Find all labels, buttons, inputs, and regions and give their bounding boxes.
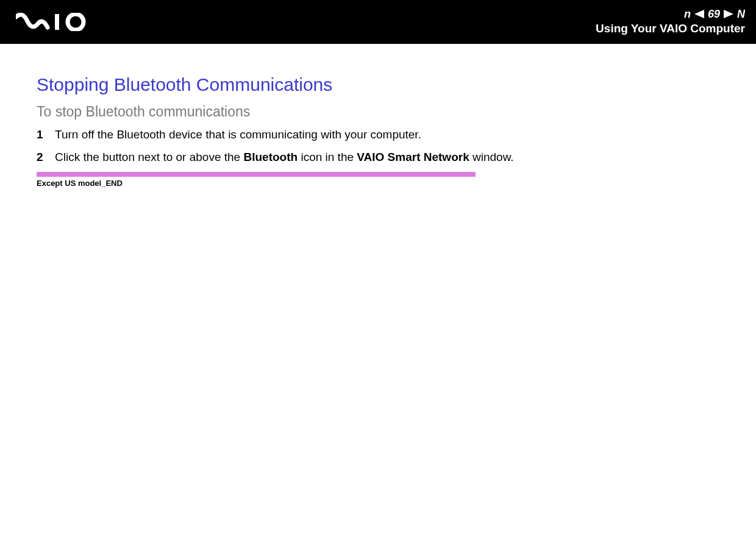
page-nav: n 69 N: [684, 9, 745, 20]
step-text: Click the button next to or above the Bl…: [55, 150, 514, 165]
n-prefix-text: n: [684, 9, 691, 20]
steps-list: 1 Turn off the Bluetooth device that is …: [37, 127, 719, 165]
page-subtitle: To stop Bluetooth communications: [37, 104, 719, 120]
page-number: 69: [708, 9, 720, 20]
header-right: n 69 N Using Your VAIO Computer: [596, 9, 745, 35]
page-content: Stopping Bluetooth Communications To sto…: [0, 44, 756, 188]
svg-marker-2: [694, 10, 704, 18]
page-title: Stopping Bluetooth Communications: [37, 74, 719, 95]
svg-marker-3: [724, 10, 733, 18]
separator-bar: [37, 172, 476, 177]
header-bar: n 69 N Using Your VAIO Computer: [0, 0, 756, 44]
model-marker: Except US model_END: [37, 179, 719, 188]
vaio-logo: [16, 13, 95, 31]
svg-point-1: [68, 14, 84, 30]
arrow-left-icon[interactable]: [694, 10, 704, 18]
section-label: Using Your VAIO Computer: [596, 22, 745, 35]
step-item: 1 Turn off the Bluetooth device that is …: [37, 127, 719, 143]
svg-rect-0: [55, 14, 59, 30]
step-item: 2 Click the button next to or above the …: [37, 150, 719, 165]
step-number: 2: [37, 150, 55, 165]
n-suffix-text: N: [737, 9, 745, 20]
step-number: 1: [37, 127, 55, 143]
step-text: Turn off the Bluetooth device that is co…: [55, 127, 421, 143]
arrow-right-icon[interactable]: [724, 10, 733, 18]
